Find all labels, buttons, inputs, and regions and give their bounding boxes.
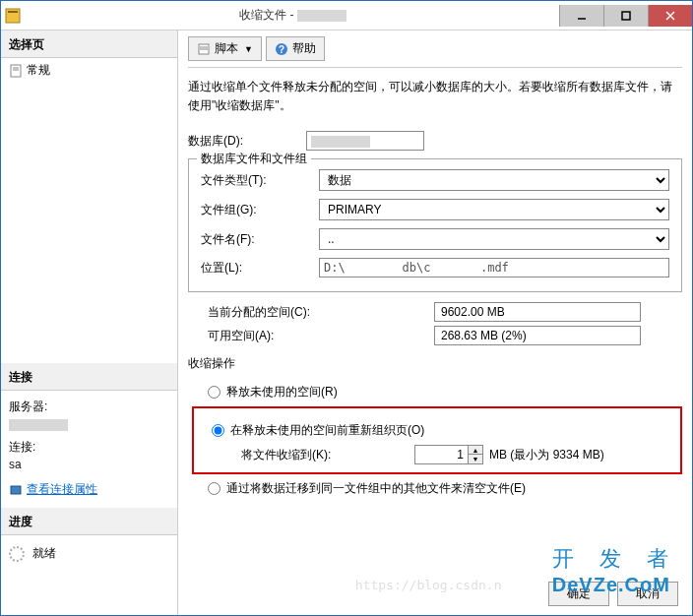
toolbar: 脚本▼ ? 帮助 [188, 36, 682, 68]
location-label: 位置(L): [201, 260, 319, 277]
titlebar: 收缩文件 - [1, 1, 692, 31]
current-size-label: 当前分配的空间(C): [208, 304, 434, 321]
shrink-opt-release[interactable]: 释放未使用的空间(R) [208, 384, 682, 400]
avail-space-label: 可用空间(A): [208, 328, 434, 344]
conn-value: sa [1, 458, 177, 477]
close-button[interactable] [648, 5, 692, 27]
maximize-button[interactable] [603, 5, 648, 27]
file-type-label: 文件类型(T): [201, 172, 319, 189]
redacted-dbname [297, 10, 346, 22]
sidebar-select-page-header: 选择页 [1, 31, 177, 58]
view-connection-props-link[interactable]: 查看连接属性 [27, 481, 97, 498]
files-groupbox-legend: 数据库文件和文件组 [197, 151, 311, 167]
help-button[interactable]: ? 帮助 [266, 36, 325, 61]
avail-space-value: 268.63 MB (2%) [434, 326, 641, 345]
svg-rect-1 [8, 11, 18, 13]
filegroup-select[interactable]: PRIMARY [319, 199, 669, 220]
shrink-to-unit: MB (最小为 9334 MB) [489, 447, 604, 463]
shrink-opt-empty-radio[interactable] [208, 482, 220, 495]
filegroup-label: 文件组(G): [201, 202, 319, 218]
conn-label: 连接: [1, 437, 177, 458]
page-icon [9, 64, 23, 78]
current-size-value: 9602.00 MB [434, 302, 641, 322]
filename-label: 文件名(F): [201, 231, 319, 248]
filename-select[interactable]: .. [319, 228, 669, 250]
server-value [1, 417, 177, 437]
shrink-opt-reorganize-radio[interactable] [212, 424, 224, 437]
script-icon [197, 42, 211, 56]
database-value [306, 131, 424, 151]
files-groupbox: 数据库文件和文件组 文件类型(T): 数据 文件组(G): PRIMARY 文件… [188, 158, 682, 292]
sidebar-label-general: 常规 [27, 62, 50, 79]
shrink-to-input[interactable] [415, 448, 468, 462]
minimize-button[interactable] [559, 5, 603, 27]
svg-text:?: ? [279, 44, 284, 55]
shrink-opt-empty[interactable]: 通过将数据迁移到同一文件组中的其他文件来清空文件(E) [208, 480, 682, 497]
cancel-button[interactable]: 取消 [617, 582, 678, 606]
sidebar-item-general[interactable]: 常规 [1, 58, 177, 83]
shrink-section-label: 收缩操作 [188, 349, 682, 374]
description-text: 通过收缩单个文件释放未分配的空间，可以减小数据库的大小。若要收缩所有数据库文件，… [188, 78, 682, 115]
shrink-opt-release-radio[interactable] [208, 386, 220, 399]
main-panel: 脚本▼ ? 帮助 通过收缩单个文件释放未分配的空间，可以减小数据库的大小。若要收… [178, 31, 692, 616]
database-label: 数据库(D): [188, 133, 306, 150]
sidebar-connection-header: 连接 [1, 363, 177, 391]
app-icon [5, 8, 21, 24]
svg-rect-9 [11, 486, 21, 494]
ok-button[interactable]: 确定 [548, 582, 609, 606]
file-type-select[interactable]: 数据 [319, 169, 669, 191]
highlight-box: 在释放未使用的空间前重新组织页(O) 将文件收缩到(K): ▲ ▼ MB (最小… [192, 406, 682, 474]
help-icon: ? [275, 42, 288, 56]
server-label: 服务器: [1, 397, 177, 417]
progress-spinner-icon [9, 546, 25, 562]
progress-status: 就绪 [32, 545, 56, 562]
sidebar: 选择页 常规 连接 服务器: 连接: sa 查看连接属性 进度 就绪 [1, 31, 178, 616]
link-icon [9, 483, 23, 497]
shrink-to-label: 将文件收缩到(K): [241, 447, 409, 463]
sidebar-progress-header: 进度 [1, 508, 177, 535]
spin-down-icon[interactable]: ▼ [469, 455, 482, 463]
shrink-to-spinner[interactable]: ▲ ▼ [414, 445, 483, 464]
svg-rect-3 [622, 12, 630, 20]
script-button[interactable]: 脚本▼ [188, 36, 262, 61]
shrink-opt-reorganize[interactable]: 在释放未使用的空间前重新组织页(O) [212, 422, 672, 439]
window-title: 收缩文件 - [27, 7, 559, 24]
spin-up-icon[interactable]: ▲ [469, 446, 482, 455]
location-input[interactable] [319, 258, 669, 277]
svg-rect-6 [11, 65, 21, 77]
